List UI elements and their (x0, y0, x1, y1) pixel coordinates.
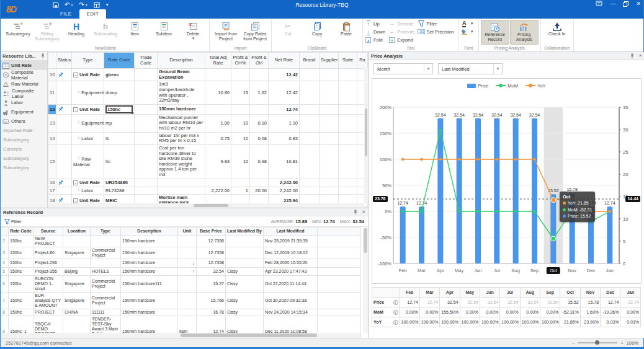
mom-point[interactable] (401, 210, 405, 213)
sidebar-subcategory-imported-rate[interactable]: Imported Rate (1, 126, 47, 135)
price-bar[interactable] (475, 118, 481, 263)
grid-row-number[interactable]: 10 (48, 69, 56, 81)
grid-column-header-profit-oh[interactable]: Profit & OH (250, 53, 269, 69)
mom-point[interactable] (476, 210, 480, 213)
reference-column-header-source[interactable]: Source (34, 228, 63, 236)
grid-row[interactable]: 15└Raw MaterialhcCost per ton hardcore d… (48, 144, 368, 179)
mom-point[interactable] (551, 236, 556, 241)
ribbon-button-down[interactable]: ↓Down (365, 28, 385, 35)
yoy-point[interactable] (533, 158, 536, 161)
ribbon-button-pricing-analysis[interactable]: Pricing Analysis (510, 20, 539, 45)
legend-item-yoy[interactable]: YoY (525, 83, 546, 89)
reference-row[interactable]: 6150hcSUBCON DEMO 1-scoptSingaporeCommer… (1, 275, 361, 292)
collapse-icon[interactable]: − (73, 180, 78, 185)
grid-rate-code-cell[interactable]: RL23288 (104, 187, 135, 194)
mom-point[interactable] (533, 210, 536, 213)
price-chart[interactable]: 200%150%100%50%0%-50%-100%35302520151050… (372, 92, 641, 283)
reference-column-header-last-modified-by[interactable]: Last Modified By (226, 228, 264, 236)
ribbon-button-reference-record[interactable]: Reference Record (481, 20, 509, 45)
ribbon-button-sibling-subcategory[interactable]: +Sibling Subcategory (33, 20, 61, 45)
grid-column-header-profit-oh[interactable]: Profit & OH% (231, 53, 250, 69)
pin-icon[interactable] (40, 53, 45, 59)
collapse-icon[interactable]: − (73, 198, 78, 203)
rate-code-edit-box[interactable]: 150hc (105, 105, 133, 113)
grid-rate-code-cell[interactable]: mp (104, 114, 135, 132)
reference-row[interactable]: 5150hcProject-356BeijingHOTELS150mm hard… (1, 267, 361, 275)
grid-column-header-total-adj-rate[interactable]: Total Adj Rate (205, 53, 231, 69)
grid-row[interactable]: 17└LaborRL232882,222.00120.002,242.00 (48, 187, 368, 194)
close-icon[interactable]: ✕ (636, 1, 641, 7)
tab-edit[interactable]: EDIT (79, 9, 107, 19)
yoy-point[interactable] (609, 210, 612, 213)
grid-row-number[interactable]: 11 (48, 81, 56, 105)
legend-item-mom[interactable]: MoM (496, 83, 518, 89)
reference-column-header-last-modified[interactable]: Last Modified (264, 228, 318, 236)
yoy-point[interactable] (420, 158, 423, 161)
ribbon-button-up[interactable]: ↑Up (365, 20, 385, 27)
grid-rate-code-cell[interactable]: dump (104, 81, 135, 105)
filter-button[interactable]: Filter (4, 219, 22, 224)
grid-column-header-type[interactable]: Type (72, 53, 104, 69)
ribbon-button-promote[interactable]: ←Promote (388, 28, 414, 35)
grid-column-header-description[interactable]: Description (158, 53, 205, 69)
reference-column-header-base-price[interactable]: Base Price (197, 228, 226, 236)
grid-column-header-rate-code[interactable]: Rate Code (104, 53, 135, 69)
pin-icon[interactable] (630, 53, 635, 59)
ribbon-button-subitem[interactable]: Subitem (150, 20, 178, 45)
restore-icon[interactable] (623, 1, 628, 7)
mom-point[interactable] (514, 210, 517, 213)
reference-column-header-rate-code[interactable]: Rate Code (9, 228, 34, 236)
grid-column-header-ra[interactable]: Ra (357, 53, 368, 69)
yoy-point[interactable] (514, 158, 517, 161)
grid-rate-code-cell[interactable]: hc (104, 144, 135, 179)
ribbon-button-heading[interactable]: HHeading (62, 20, 91, 45)
ribbon-button-subheading[interactable]: hSubheading (91, 20, 120, 45)
close-icon[interactable]: ✕ (638, 53, 642, 58)
price-bar[interactable] (419, 206, 424, 263)
collapse-icon[interactable]: − (73, 107, 78, 112)
price-bar[interactable] (494, 118, 499, 263)
ribbon-button-expand[interactable]: ▾Expand (388, 36, 414, 43)
price-bar[interactable] (457, 118, 462, 263)
ribbon-button-font-color-icon[interactable]: A▼ (461, 20, 474, 27)
minimize-icon[interactable]: — (610, 1, 615, 7)
grid-column-header-state[interactable]: State (339, 53, 357, 69)
pin-icon[interactable] (353, 210, 358, 215)
ribbon-button-set-precision[interactable]: .00Set Precision (418, 28, 454, 35)
reference-row[interactable]: 2150hcNEW PROJECT150mm hardcore12.7358No… (1, 236, 361, 247)
ribbon-button-filter[interactable]: Filter (418, 20, 454, 27)
period-dropdown[interactable]: Month ▼ (373, 63, 433, 74)
info-icon[interactable]: i (393, 300, 398, 305)
zoom-in-button[interactable]: + (620, 340, 623, 346)
reference-row[interactable]: 8150hcPROJECTCHINA111111150mm hardcore16… (1, 309, 361, 316)
ribbon-button-cut[interactable]: ✂Cut (274, 20, 302, 45)
yoy-point[interactable] (496, 158, 499, 161)
info-icon[interactable]: i (393, 320, 398, 325)
tab-file[interactable]: FILE (53, 9, 79, 19)
mom-point[interactable] (496, 210, 499, 213)
reference-row[interactable]: 3150hcProject-80SingaporeCommercial Proj… (1, 247, 361, 259)
grid-row-number[interactable]: 12 (48, 104, 56, 114)
grid-row[interactable]: 10−Unit RategbexcGround Beam Excavation1… (48, 69, 368, 81)
mom-point[interactable] (420, 210, 423, 213)
sidebar-subcategory-subcategory[interactable]: Subcategory (1, 154, 47, 163)
ribbon-button-item[interactable]: Item (120, 20, 149, 45)
sidebar-item-composite-labor[interactable]: Composite Labor (1, 89, 47, 98)
price-bar[interactable] (607, 206, 612, 263)
zoom-slider[interactable] (578, 342, 617, 343)
reference-vertical-scrollbar[interactable] (363, 227, 368, 333)
price-bar[interactable] (513, 118, 519, 263)
sidebar-subcategory-subcategory[interactable]: Subcategory (1, 163, 47, 172)
sidebar-item-others[interactable]: Others (1, 117, 47, 126)
yoy-point[interactable] (476, 158, 480, 161)
grid-row-number[interactable]: 16 (48, 179, 56, 187)
ribbon-button-delete[interactable]: ✕Delete▼ (179, 20, 207, 45)
grid-horizontal-scrollbar[interactable] (48, 203, 364, 208)
sidebar-item-composite-material[interactable]: Composite Material (1, 70, 47, 79)
ribbon-button-import-from-project[interactable]: PImport from Project (212, 20, 240, 45)
price-bar[interactable] (400, 206, 406, 263)
grid-column-header-trade-code[interactable]: Trade Code (135, 53, 158, 69)
grid-column-header-net-rate[interactable]: Net Rate (269, 53, 300, 69)
grid-column-header-supplier[interactable]: Supplier (320, 53, 339, 69)
grid-rate-code-cell[interactable]: lb (104, 132, 135, 144)
